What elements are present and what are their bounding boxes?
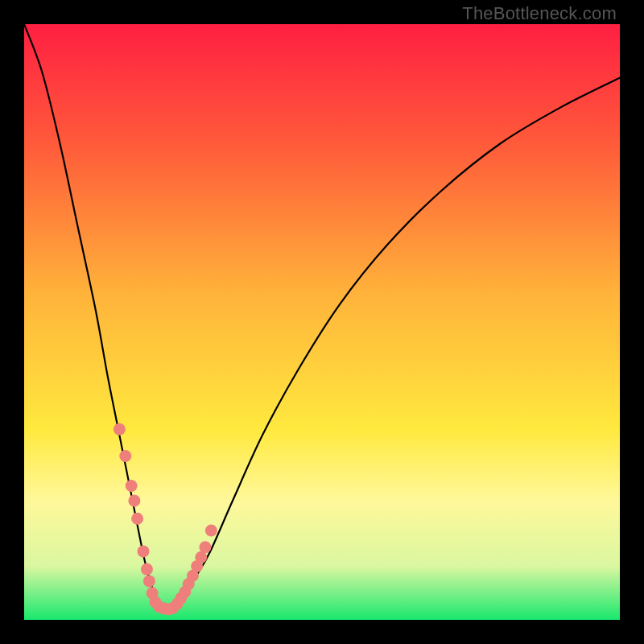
frame-left xyxy=(0,0,24,644)
marker-point xyxy=(114,423,126,436)
frame-bottom xyxy=(0,620,644,644)
marker-point xyxy=(128,495,140,507)
marker-point xyxy=(143,575,155,587)
plot-area xyxy=(24,24,620,620)
watermark-text: TheBottleneck.com xyxy=(462,3,617,24)
marker-point xyxy=(119,450,131,462)
marker-point xyxy=(138,545,150,557)
chart-background xyxy=(24,24,620,620)
marker-point xyxy=(131,513,143,525)
frame-right xyxy=(620,0,644,644)
marker-point xyxy=(199,541,211,553)
marker-point xyxy=(205,525,217,537)
chart-svg xyxy=(24,24,620,620)
marker-point xyxy=(126,480,138,492)
marker-point xyxy=(141,564,153,576)
